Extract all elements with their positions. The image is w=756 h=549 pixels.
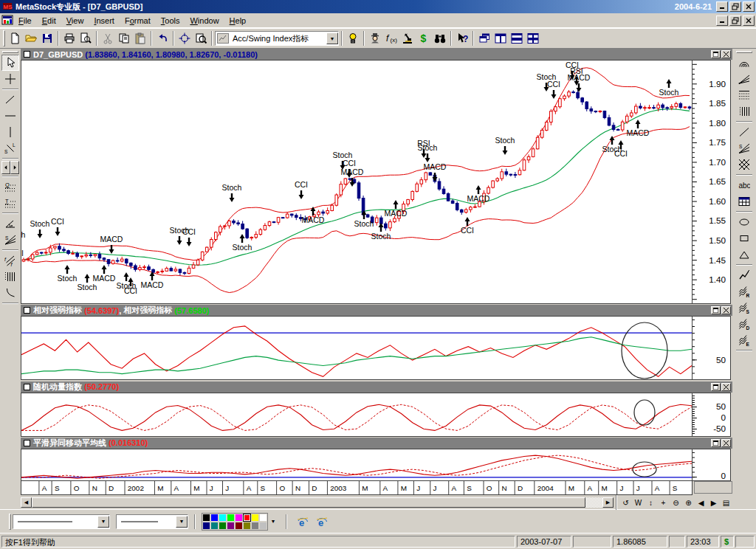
palette-color-5[interactable] [243, 514, 251, 522]
menu-view[interactable]: View [61, 15, 89, 27]
price-panel-checkbox[interactable] [24, 51, 30, 58]
smi-panel-checkbox[interactable] [24, 384, 30, 390]
function-button[interactable]: f(x) [383, 30, 399, 46]
price-chart[interactable]: StochCCIStochCCIMACDStochCCIStochCCIStoc… [21, 60, 693, 304]
page-left-button[interactable]: ◀ [695, 497, 707, 508]
palette-color-6[interactable] [251, 514, 259, 522]
undo-button[interactable] [154, 30, 171, 46]
smi-panel-restore-button[interactable] [711, 383, 721, 391]
indicator-r-tool-button[interactable]: R [735, 283, 753, 300]
speed-resistance-tool-button[interactable]: S [735, 140, 753, 156]
pointer-tool-button[interactable] [1, 55, 19, 71]
tile-horizontal-button[interactable] [509, 30, 525, 46]
trendline-tool-button[interactable] [735, 124, 753, 140]
fib-timezones-tool-button[interactable] [735, 103, 753, 120]
curve-tool-button[interactable] [1, 285, 19, 301]
print-preview-button[interactable] [78, 30, 94, 46]
move-chart-button[interactable]: + [657, 497, 670, 508]
print-button[interactable] [61, 30, 78, 46]
palette-color-1[interactable] [210, 514, 219, 522]
triangle-tool-button[interactable] [735, 246, 753, 263]
gann-grid-tool-button[interactable] [735, 156, 753, 173]
speed-fan-tool-button[interactable]: S [1, 232, 19, 248]
palette-color-0[interactable] [202, 514, 210, 522]
menu-insert[interactable]: Insert [89, 15, 120, 27]
document-restore-button[interactable] [729, 15, 741, 26]
rsi-panel-close-button[interactable] [721, 306, 731, 314]
copy-button[interactable] [116, 30, 132, 46]
macd-panel-close-button[interactable] [721, 439, 731, 447]
menu-edit[interactable]: Edit [37, 15, 61, 27]
horizontal-scrollbar[interactable] [32, 497, 602, 508]
indicator-d-tool-button[interactable]: D [735, 316, 753, 332]
angle-tool-button[interactable] [1, 215, 19, 232]
crosshair-button[interactable] [176, 30, 193, 46]
chevron-down-icon[interactable]: ▼ [326, 32, 338, 44]
vline-tool-button[interactable] [1, 124, 19, 140]
rsi-panel-restore-button[interactable] [711, 306, 721, 314]
palette-color-15[interactable] [259, 522, 267, 530]
new-document-button[interactable] [7, 30, 23, 46]
fib-retracement-tool-button[interactable] [735, 87, 753, 103]
paste-button[interactable] [132, 30, 148, 46]
tile-vertical-button[interactable] [492, 30, 509, 46]
data-table-tool-button[interactable] [735, 193, 753, 210]
menu-file[interactable]: File [13, 15, 37, 27]
dollar-button[interactable]: $ [416, 30, 432, 46]
zoom-in-button[interactable]: ⊕ [682, 497, 695, 508]
document-minimize-button[interactable] [716, 15, 728, 26]
text-line-tool-button[interactable]: T [1, 195, 19, 211]
indicator-pen-tool-button[interactable] [735, 267, 753, 283]
trend-tool-button[interactable] [1, 92, 19, 108]
crosshair-tool-button[interactable] [1, 71, 19, 87]
indicator-builder-button[interactable] [399, 30, 416, 46]
palette-color-2[interactable] [219, 514, 227, 522]
zoom-chart-button[interactable] [193, 30, 209, 46]
palette-color-13[interactable] [243, 522, 251, 530]
ie-browser-button-2[interactable]: e [314, 514, 330, 530]
zoom-out-button[interactable]: ⊖ [670, 497, 682, 508]
fib-fan-tool-button[interactable] [735, 71, 753, 87]
layout-list-button[interactable]: ▤ [720, 497, 732, 508]
palette-color-10[interactable] [219, 522, 227, 530]
cascade-button[interactable] [476, 30, 492, 46]
indicator-e-tool-button[interactable]: E [735, 332, 753, 348]
menu-tools[interactable]: Tools [156, 15, 185, 27]
scroll-right-tool-button[interactable] [10, 161, 19, 174]
palette-color-4[interactable] [235, 514, 243, 522]
palette-color-7[interactable] [259, 514, 267, 522]
window-restore-button[interactable] [729, 1, 741, 12]
document-close-button[interactable] [743, 15, 755, 26]
macd-panel-restore-button[interactable] [711, 439, 721, 447]
rsi-chart[interactable] [21, 316, 693, 380]
indicator-s-tool-button[interactable]: S [735, 300, 753, 316]
indicator-quicklist-combo[interactable]: Acc/Swing Index指标▼ [215, 31, 339, 46]
grid-lines-tool-button[interactable] [1, 269, 19, 285]
palette-more-button[interactable]: ▼ [268, 514, 278, 530]
expert-button[interactable] [345, 30, 361, 46]
palette-color-11[interactable] [227, 522, 235, 530]
palette-color-9[interactable] [210, 522, 219, 530]
smi-panel-close-button[interactable] [721, 383, 731, 391]
vertical-scale-button[interactable]: ↕ [645, 497, 657, 508]
smi-chart[interactable] [21, 393, 693, 437]
parallel-tool-button[interactable]: ff [1, 252, 19, 269]
macd-panel-checkbox[interactable] [24, 440, 30, 446]
window-close-button[interactable] [743, 1, 755, 12]
palette-color-12[interactable] [235, 522, 243, 530]
cut-button[interactable] [100, 30, 116, 46]
refresh-button[interactable]: ↺ [619, 497, 632, 508]
palette-color-14[interactable] [251, 522, 259, 530]
sl-tool-button[interactable]: SL [1, 140, 19, 156]
page-right-button[interactable]: ▶ [707, 497, 720, 508]
menu-help[interactable]: Help [224, 15, 252, 27]
scroll-left-tool-button[interactable] [1, 161, 10, 174]
hline-tool-button[interactable] [1, 108, 19, 124]
window-minimize-button[interactable] [716, 1, 728, 12]
open-folder-button[interactable] [23, 30, 39, 46]
menu-format[interactable]: Format [120, 15, 156, 27]
quote-line-tool-button[interactable]: Q [1, 179, 19, 195]
fib-arcs-tool-button[interactable] [735, 55, 753, 71]
palette-color-8[interactable] [202, 522, 210, 530]
ie-browser-button-1[interactable]: e [295, 514, 311, 530]
